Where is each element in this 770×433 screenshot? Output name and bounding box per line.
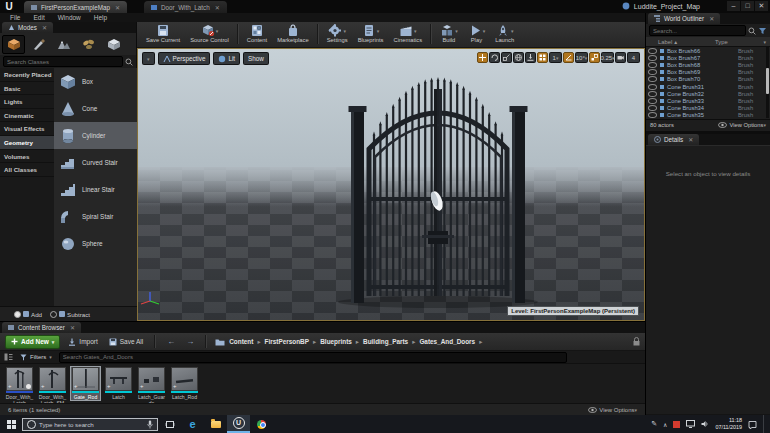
content-browser-tab[interactable]: Content Browser ✕ (2, 322, 81, 333)
outliner-search-input[interactable] (649, 25, 746, 36)
visibility-eye-icon[interactable] (648, 69, 657, 75)
grid-snap-toggle[interactable] (537, 52, 548, 63)
foliage-mode-button[interactable] (77, 35, 100, 54)
category-geometry[interactable]: Geometry (0, 136, 54, 150)
asset-latch-guards[interactable]: + Latch_Guards (137, 367, 166, 406)
back-button[interactable]: ← (164, 337, 178, 346)
menu-help[interactable]: Help (94, 14, 107, 21)
cb-view-options-button[interactable]: View Options▾ (588, 407, 637, 413)
filters-button[interactable]: Filters▾ (17, 354, 55, 361)
category-all-classes[interactable]: All Classes (0, 163, 54, 177)
modes-tab[interactable]: Modes ✕ (2, 22, 53, 33)
tray-expand-chevron-icon[interactable]: ∧ (663, 421, 667, 428)
outliner-row[interactable]: Box Brush66Brush (646, 47, 770, 54)
show-desktop-button[interactable] (763, 415, 766, 433)
close-button[interactable]: ✕ (755, 1, 768, 11)
monitor-tray-icon[interactable] (686, 420, 695, 428)
visibility-eye-icon[interactable] (648, 112, 657, 118)
play-button[interactable]: ▾ Play (463, 22, 491, 46)
grid-snap-value[interactable]: 1▾ (549, 52, 562, 63)
column-label[interactable]: Label (658, 39, 672, 45)
visibility-eye-icon[interactable] (648, 55, 657, 61)
rotation-snap-value[interactable]: 10°▾ (575, 52, 588, 63)
geometry-item-cylinder[interactable]: Cylinder (54, 122, 137, 149)
asset-door-with-latch[interactable]: + Door_With_Latch (5, 367, 34, 406)
minimize-button[interactable]: – (727, 1, 740, 11)
outliner-row[interactable]: Cone Brush31Brush (646, 83, 770, 90)
camera-speed-button[interactable] (615, 52, 626, 63)
camera-speed-value[interactable]: 4 (627, 52, 640, 63)
notification-center-icon[interactable] (748, 420, 757, 429)
category-recently-placed[interactable]: Recently Placed (0, 68, 54, 82)
marketplace-button[interactable]: Marketplace (272, 22, 314, 46)
geometry-item-linear-stair[interactable]: Linear Stair (54, 176, 137, 203)
chrome-taskbar-icon[interactable] (250, 415, 273, 433)
launch-button[interactable]: ▾ Launch (490, 22, 519, 46)
level-viewport[interactable]: ▾ Perspective Lit Show (137, 48, 645, 321)
close-tab-icon[interactable]: ✕ (215, 4, 220, 11)
geometry-item-spiral-stair[interactable]: Spiral Stair (54, 203, 137, 230)
start-button[interactable] (0, 415, 22, 433)
content-search-input[interactable] (59, 352, 567, 363)
column-type[interactable]: Type (715, 39, 728, 45)
outliner-row[interactable]: Box Brush67Brush (646, 54, 770, 61)
edge-taskbar-icon[interactable]: e (181, 415, 204, 433)
visibility-eye-icon[interactable] (648, 76, 657, 82)
outliner-view-options-button[interactable]: View Options▾ (718, 122, 766, 128)
geometry-item-curved-stair[interactable]: Curved Stair (54, 149, 137, 176)
tray-icon-red[interactable] (673, 421, 680, 428)
details-tab[interactable]: Details ✕ (648, 134, 699, 145)
outliner-row[interactable]: Cone Brush33Brush (646, 97, 770, 104)
outliner-row[interactable]: Cone Brush32Brush (646, 90, 770, 97)
cinematics-button[interactable]: ▾ Cinematics (388, 22, 427, 46)
menu-window[interactable]: Window (58, 14, 81, 21)
breadcrumb-blueprints[interactable]: Blueprints (320, 338, 352, 345)
outliner-scrollbar[interactable] (766, 46, 769, 118)
import-button[interactable]: Import (65, 338, 100, 346)
taskbar-search[interactable]: Type here to search (22, 418, 158, 431)
forward-button[interactable]: → (183, 337, 197, 346)
close-tab-icon[interactable]: ✕ (115, 4, 120, 11)
settings-button[interactable]: ▾ Settings (322, 22, 353, 46)
close-panel-icon[interactable]: ✕ (709, 15, 714, 22)
geometry-item-box[interactable]: Box (54, 68, 137, 95)
lock-icon[interactable] (633, 337, 640, 346)
paint-mode-button[interactable] (27, 35, 50, 54)
category-visual-effects[interactable]: Visual Effects (0, 122, 54, 136)
geometry-item-sphere[interactable]: Sphere (54, 230, 137, 257)
asset-door-with-latch-sm[interactable]: + Door_With_Latch_SM (38, 367, 67, 406)
taskbar-clock[interactable]: 11:18 07/11/2019 (715, 417, 742, 431)
brush-subtract-radio[interactable]: Subtract (50, 311, 90, 318)
outliner-settings-icon[interactable] (758, 27, 767, 35)
close-panel-icon[interactable]: ✕ (70, 324, 75, 331)
close-panel-icon[interactable]: ✕ (688, 136, 693, 143)
viewport-options-dropdown[interactable]: ▾ (142, 52, 155, 65)
tab-level-map[interactable]: FirstPersonExampleMap ✕ (24, 1, 127, 13)
visibility-eye-icon[interactable] (648, 105, 657, 111)
show-flags-button[interactable]: Show (243, 52, 269, 65)
sources-panel-icon[interactable] (4, 353, 13, 361)
scale-snap-toggle[interactable] (589, 52, 600, 63)
breadcrumb-gates-and-doors[interactable]: Gates_And_Doors (419, 338, 475, 345)
maximize-button[interactable]: □ (741, 1, 754, 11)
lit-mode-selector[interactable]: Lit (213, 52, 240, 65)
file-explorer-taskbar-icon[interactable] (204, 415, 227, 433)
asset-latch-rod[interactable]: + Latch_Rod (170, 367, 199, 400)
asset-gate-rod[interactable]: + Gate_Rod (71, 367, 100, 400)
source-control-button[interactable]: ▾ Source Control (185, 22, 234, 46)
unreal-taskbar-icon[interactable]: U (227, 415, 250, 433)
geometry-edit-mode-button[interactable] (102, 35, 125, 54)
scale-snap-value[interactable]: 0.25▾ (601, 52, 614, 63)
breadcrumb-content[interactable]: Content (229, 338, 253, 345)
add-new-button[interactable]: Add New▾ (5, 335, 60, 349)
menu-file[interactable]: File (10, 14, 20, 21)
place-mode-button[interactable] (2, 35, 25, 54)
breadcrumb-firstpersonbp[interactable]: FirstPersonBP (265, 338, 309, 345)
surface-snapping-button[interactable] (525, 52, 536, 63)
visibility-eye-icon[interactable] (648, 91, 657, 97)
geometry-item-cone[interactable]: Cone (54, 95, 137, 122)
category-lights[interactable]: Lights (0, 95, 54, 109)
rotation-snap-toggle[interactable] (563, 52, 574, 63)
category-basic[interactable]: Basic (0, 82, 54, 96)
tab-door-blueprint[interactable]: Door_With_Latch ✕ (144, 1, 227, 13)
